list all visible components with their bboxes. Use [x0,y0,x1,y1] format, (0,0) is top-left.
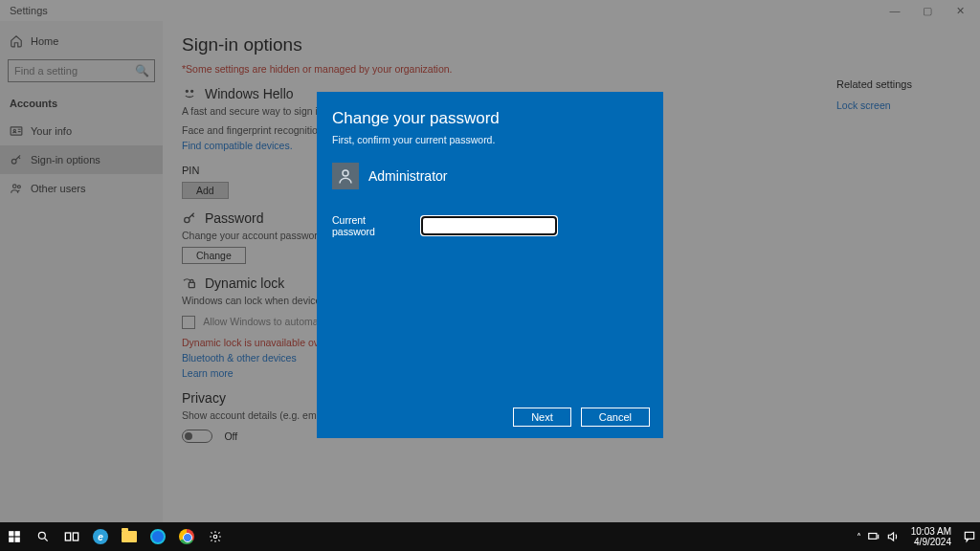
next-button[interactable]: Next [513,408,571,427]
edge-icon [150,529,166,544]
dialog-subtitle: First, confirm your current password. [332,134,648,145]
change-password-dialog: Change your password First, confirm your… [317,92,663,438]
taskbar-settings[interactable] [201,522,230,551]
dialog-title: Change your password [332,109,648,128]
svg-rect-11 [15,531,20,536]
taskbar-edge[interactable] [144,522,172,551]
taskbar-search-button[interactable] [29,522,57,551]
svg-rect-13 [15,538,20,542]
ie-icon: e [93,529,108,544]
start-button[interactable] [0,522,29,551]
current-password-label: Current password [332,214,409,237]
svg-rect-15 [65,533,70,540]
task-view-button[interactable] [57,522,86,551]
cancel-button[interactable]: Cancel [581,408,650,427]
action-center-icon[interactable] [963,530,976,543]
taskbar-clock[interactable]: 10:03 AM 4/9/2024 [905,526,957,547]
taskbar-explorer[interactable] [115,522,144,551]
dialog-user-row: Administrator [332,163,648,189]
current-password-row: Current password [332,214,648,237]
taskbar-chrome[interactable] [172,522,201,551]
svg-rect-19 [965,532,973,539]
svg-point-17 [213,535,217,539]
dialog-user-name: Administrator [368,168,447,184]
network-icon[interactable] [867,530,880,543]
clock-date: 4/9/2024 [911,537,951,547]
svg-rect-16 [73,533,78,540]
volume-icon[interactable] [886,530,900,543]
svg-rect-10 [9,531,13,536]
svg-point-9 [343,170,348,176]
folder-icon [122,531,137,542]
svg-rect-18 [868,534,876,540]
svg-rect-12 [9,538,13,542]
tray-chevron-icon[interactable]: ˄ [857,532,861,542]
chrome-icon [179,529,194,544]
taskbar-ie[interactable]: e [86,522,115,551]
system-tray[interactable]: ˄ 10:03 AM 4/9/2024 [857,526,980,547]
current-password-input[interactable] [422,217,556,234]
avatar-icon [332,163,359,189]
svg-point-14 [38,532,45,539]
clock-time: 10:03 AM [911,526,951,537]
taskbar: e ˄ 10:03 AM 4/9/2024 [0,522,980,551]
